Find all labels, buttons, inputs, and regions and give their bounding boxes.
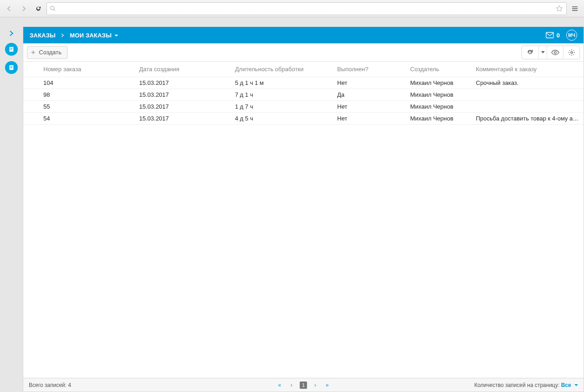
table-row[interactable]: 5415.03.20174 д 5 чНетМихаил ЧерновПрось… (23, 113, 584, 125)
bookmark-star-icon[interactable] (555, 5, 563, 13)
cell-checkbox[interactable] (23, 113, 36, 125)
status-bar: Всего записей: 4 « ‹ 1 › » Количество за… (23, 378, 584, 392)
sidebar-item-module[interactable] (5, 61, 18, 74)
user-avatar[interactable]: МЧ (566, 30, 577, 41)
pager-first[interactable]: « (276, 381, 283, 389)
cell-number: 98 (36, 89, 132, 101)
breadcrumb-current[interactable]: МОИ ЗАКАЗЫ (70, 32, 118, 39)
main-panel: ЗАКАЗЫ МОИ ЗАКАЗЫ 0 МЧ + Создать (23, 26, 584, 392)
svg-rect-13 (546, 32, 553, 38)
svg-rect-11 (10, 67, 12, 68)
cell-number: 104 (36, 77, 132, 89)
cell-duration: 4 д 5 ч (228, 113, 330, 125)
sidebar (0, 26, 23, 392)
cell-checkbox[interactable] (23, 89, 36, 101)
table-row[interactable]: 9815.03.20177 д 1 чДаМихаил Чернов (23, 89, 584, 101)
svg-rect-6 (10, 48, 12, 48)
col-done[interactable]: Выполнен? (330, 62, 403, 77)
breadcrumb-root[interactable]: ЗАКАЗЫ (30, 32, 56, 39)
mail-icon (546, 32, 554, 38)
svg-rect-10 (10, 66, 12, 67)
cell-duration: 1 д 7 ч (228, 101, 330, 113)
cell-created: 15.03.2017 (132, 89, 228, 101)
browser-address-bar[interactable] (47, 2, 567, 15)
browser-toolbar (0, 0, 584, 17)
cell-checkbox[interactable] (23, 77, 36, 89)
toolbar: + Создать (23, 43, 584, 62)
cell-comment: Просьба доставить товар к 4-ому апреля. (469, 113, 584, 125)
cell-done: Нет (330, 77, 403, 89)
per-page-label: Количество записей на страницу: (474, 382, 559, 388)
sidebar-toggle[interactable] (7, 29, 16, 37)
cell-creator: Михаил Чернов (403, 101, 469, 113)
per-page-value: Все (561, 382, 571, 388)
col-number[interactable]: Номер заказа (36, 62, 132, 77)
svg-rect-12 (10, 68, 12, 68)
cell-creator: Михаил Чернов (403, 113, 469, 125)
total-records-label: Всего записей: 4 (29, 382, 71, 388)
col-comment[interactable]: Комментарий к заказу (469, 62, 584, 77)
table-row[interactable]: 10415.03.20175 д 1 ч 1 мНетМихаил Чернов… (23, 77, 584, 89)
pager-last[interactable]: » (323, 381, 331, 389)
svg-rect-7 (10, 49, 12, 49)
cell-duration: 7 д 1 ч (228, 89, 330, 101)
col-created[interactable]: Дата создания (132, 62, 228, 77)
orders-table: Номер заказа Дата создания Длительность … (23, 62, 584, 125)
cell-created: 15.03.2017 (132, 113, 228, 125)
pager-next[interactable]: › (312, 381, 319, 389)
create-button[interactable]: + Создать (27, 46, 68, 59)
col-creator[interactable]: Создатель (403, 62, 469, 77)
cell-creator: Михаил Чернов (403, 89, 469, 101)
svg-point-15 (571, 52, 573, 53)
per-page-control[interactable]: Количество записей на страницу: Все (474, 382, 578, 388)
create-button-label: Создать (39, 49, 61, 56)
svg-rect-8 (10, 50, 12, 50)
mail-badge[interactable]: 0 (546, 32, 560, 39)
svg-point-14 (554, 51, 556, 53)
browser-back-button[interactable] (3, 2, 16, 15)
col-duration[interactable]: Длительность обработки (228, 62, 330, 77)
mail-count: 0 (557, 32, 560, 39)
pager-current: 1 (300, 382, 307, 389)
cell-number: 55 (36, 101, 132, 113)
chevron-right-icon (61, 33, 64, 37)
svg-rect-4 (572, 10, 578, 11)
cell-number: 54 (36, 113, 132, 125)
refresh-button[interactable] (522, 46, 538, 59)
chevron-down-icon (573, 382, 578, 388)
cell-duration: 5 д 1 ч 1 м (228, 77, 330, 89)
table-row[interactable]: 5515.03.20171 д 7 чНетМихаил Чернов (23, 101, 584, 113)
browser-reload-button[interactable] (32, 2, 45, 15)
plus-icon: + (31, 49, 35, 56)
breadcrumb-bar: ЗАКАЗЫ МОИ ЗАКАЗЫ 0 МЧ (23, 27, 584, 43)
svg-rect-2 (572, 6, 578, 7)
table-header-row: Номер заказа Дата создания Длительность … (23, 62, 584, 77)
table-scroll[interactable]: Номер заказа Дата создания Длительность … (23, 62, 584, 378)
svg-rect-3 (572, 8, 578, 9)
svg-line-1 (54, 10, 55, 10)
search-icon (50, 5, 56, 11)
cell-done: Да (330, 89, 403, 101)
pager-prev[interactable]: ‹ (288, 381, 295, 389)
col-checkbox[interactable] (23, 62, 36, 77)
cell-done: Нет (330, 113, 403, 125)
sidebar-item-orders[interactable] (5, 43, 18, 56)
toolbar-actions (521, 46, 580, 59)
browser-url-input[interactable] (58, 5, 553, 12)
pager: « ‹ 1 › » (276, 381, 331, 389)
cell-created: 15.03.2017 (132, 77, 228, 89)
cell-comment (469, 89, 584, 101)
browser-menu-button[interactable] (568, 2, 581, 15)
svg-point-0 (51, 6, 54, 10)
cell-comment: Срочный заказ. (469, 77, 584, 89)
cell-done: Нет (330, 101, 403, 113)
view-button[interactable] (547, 46, 563, 59)
cell-comment (469, 101, 584, 113)
browser-forward-button[interactable] (17, 2, 30, 15)
cell-checkbox[interactable] (23, 101, 36, 113)
cell-created: 15.03.2017 (132, 101, 228, 113)
settings-button[interactable] (563, 46, 579, 59)
refresh-dropdown[interactable] (538, 46, 547, 59)
cell-creator: Михаил Чернов (403, 77, 469, 89)
